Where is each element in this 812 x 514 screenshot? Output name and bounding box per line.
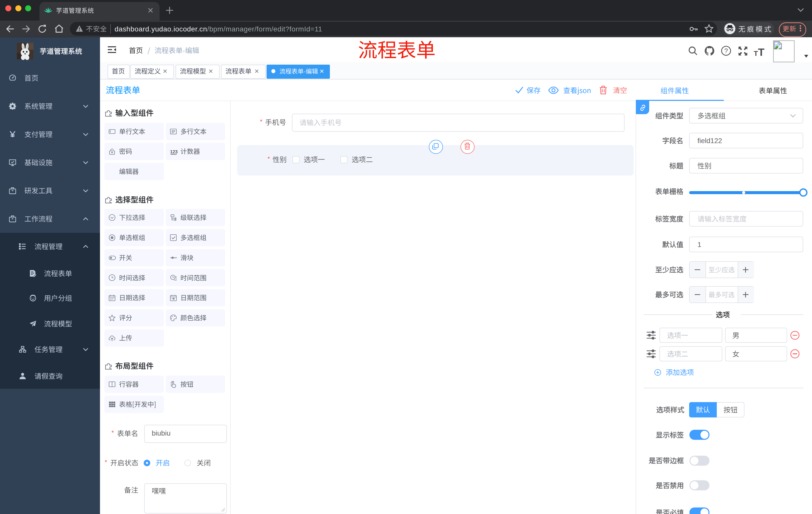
svg-text:?: ? — [724, 47, 728, 55]
svg-text:123: 123 — [170, 150, 178, 154]
